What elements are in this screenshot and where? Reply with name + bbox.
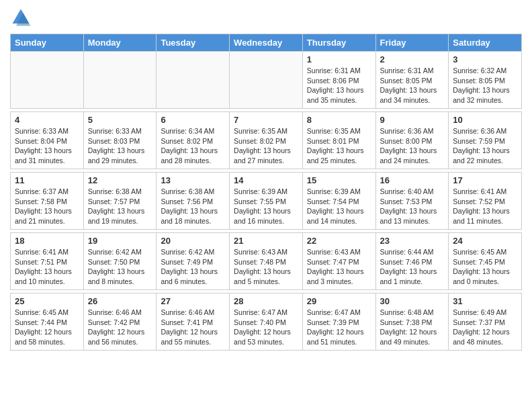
day-info: Sunrise: 6:43 AM Sunset: 7:47 PM Dayligh… bbox=[307, 247, 371, 287]
calendar-cell: 10Sunrise: 6:36 AM Sunset: 7:59 PM Dayli… bbox=[449, 112, 522, 169]
day-number: 12 bbox=[88, 175, 152, 185]
day-info: Sunrise: 6:43 AM Sunset: 7:48 PM Dayligh… bbox=[234, 247, 298, 287]
day-number: 20 bbox=[161, 236, 225, 246]
week-row-4: 18Sunrise: 6:41 AM Sunset: 7:51 PM Dayli… bbox=[11, 233, 522, 290]
day-header-sunday: Sunday bbox=[11, 34, 84, 52]
day-number: 1 bbox=[307, 54, 371, 64]
day-number: 26 bbox=[88, 296, 152, 306]
day-info: Sunrise: 6:36 AM Sunset: 7:59 PM Dayligh… bbox=[453, 126, 517, 166]
calendar-cell: 27Sunrise: 6:46 AM Sunset: 7:41 PM Dayli… bbox=[157, 293, 230, 351]
day-number: 29 bbox=[307, 296, 371, 306]
day-number: 22 bbox=[307, 236, 371, 246]
day-info: Sunrise: 6:36 AM Sunset: 8:00 PM Dayligh… bbox=[380, 126, 445, 166]
day-info: Sunrise: 6:41 AM Sunset: 7:52 PM Dayligh… bbox=[453, 187, 517, 226]
week-row-1: 1Sunrise: 6:31 AM Sunset: 8:06 PM Daylig… bbox=[11, 52, 522, 109]
day-header-thursday: Thursday bbox=[302, 34, 375, 52]
day-number: 6 bbox=[161, 115, 225, 125]
day-info: Sunrise: 6:39 AM Sunset: 7:55 PM Dayligh… bbox=[234, 187, 298, 226]
calendar-cell bbox=[83, 52, 157, 109]
day-info: Sunrise: 6:32 AM Sunset: 8:05 PM Dayligh… bbox=[453, 66, 517, 105]
day-number: 8 bbox=[307, 115, 371, 125]
calendar-cell: 23Sunrise: 6:44 AM Sunset: 7:46 PM Dayli… bbox=[375, 233, 449, 290]
day-info: Sunrise: 6:44 AM Sunset: 7:46 PM Dayligh… bbox=[380, 247, 445, 287]
calendar-cell: 12Sunrise: 6:38 AM Sunset: 7:57 PM Dayli… bbox=[83, 173, 157, 230]
day-info: Sunrise: 6:45 AM Sunset: 7:45 PM Dayligh… bbox=[453, 247, 517, 287]
calendar-cell: 1Sunrise: 6:31 AM Sunset: 8:06 PM Daylig… bbox=[302, 52, 375, 109]
calendar-cell: 4Sunrise: 6:33 AM Sunset: 8:04 PM Daylig… bbox=[11, 112, 84, 169]
day-info: Sunrise: 6:40 AM Sunset: 7:53 PM Dayligh… bbox=[380, 187, 445, 226]
calendar-cell: 7Sunrise: 6:35 AM Sunset: 8:02 PM Daylig… bbox=[230, 112, 303, 169]
day-number: 9 bbox=[380, 115, 445, 125]
calendar-cell bbox=[157, 52, 230, 109]
day-header-monday: Monday bbox=[83, 34, 157, 52]
day-number: 16 bbox=[380, 175, 445, 185]
day-number: 24 bbox=[453, 236, 517, 246]
calendar-cell: 5Sunrise: 6:33 AM Sunset: 8:03 PM Daylig… bbox=[83, 112, 157, 169]
day-info: Sunrise: 6:34 AM Sunset: 8:02 PM Dayligh… bbox=[161, 126, 225, 166]
logo-icon bbox=[10, 7, 32, 28]
day-number: 17 bbox=[453, 175, 517, 185]
day-info: Sunrise: 6:33 AM Sunset: 8:04 PM Dayligh… bbox=[15, 126, 79, 166]
calendar-cell: 13Sunrise: 6:38 AM Sunset: 7:56 PM Dayli… bbox=[157, 173, 230, 230]
calendar-cell: 11Sunrise: 6:37 AM Sunset: 7:58 PM Dayli… bbox=[11, 173, 84, 230]
calendar-cell: 8Sunrise: 6:35 AM Sunset: 8:01 PM Daylig… bbox=[302, 112, 375, 169]
day-number: 31 bbox=[453, 296, 517, 306]
day-header-tuesday: Tuesday bbox=[157, 34, 230, 52]
day-number: 28 bbox=[234, 296, 298, 306]
day-number: 18 bbox=[15, 236, 79, 246]
day-number: 30 bbox=[380, 296, 445, 306]
day-info: Sunrise: 6:35 AM Sunset: 8:01 PM Dayligh… bbox=[307, 126, 371, 166]
calendar-cell: 17Sunrise: 6:41 AM Sunset: 7:52 PM Dayli… bbox=[449, 173, 522, 230]
day-number: 15 bbox=[307, 175, 371, 185]
day-info: Sunrise: 6:46 AM Sunset: 7:42 PM Dayligh… bbox=[88, 308, 152, 347]
day-info: Sunrise: 6:35 AM Sunset: 8:02 PM Dayligh… bbox=[234, 126, 298, 166]
day-header-saturday: Saturday bbox=[449, 34, 522, 52]
day-number: 2 bbox=[380, 54, 445, 64]
calendar-cell: 6Sunrise: 6:34 AM Sunset: 8:02 PM Daylig… bbox=[157, 112, 230, 169]
day-info: Sunrise: 6:31 AM Sunset: 8:06 PM Dayligh… bbox=[307, 66, 371, 105]
day-number: 4 bbox=[15, 115, 79, 125]
calendar-cell: 3Sunrise: 6:32 AM Sunset: 8:05 PM Daylig… bbox=[449, 52, 522, 109]
day-number: 23 bbox=[380, 236, 445, 246]
day-info: Sunrise: 6:37 AM Sunset: 7:58 PM Dayligh… bbox=[15, 187, 79, 226]
calendar-table: SundayMondayTuesdayWednesdayThursdayFrid… bbox=[10, 34, 522, 351]
day-info: Sunrise: 6:38 AM Sunset: 7:57 PM Dayligh… bbox=[88, 187, 152, 226]
day-number: 5 bbox=[88, 115, 152, 125]
day-info: Sunrise: 6:48 AM Sunset: 7:38 PM Dayligh… bbox=[380, 308, 445, 347]
week-row-5: 25Sunrise: 6:45 AM Sunset: 7:44 PM Dayli… bbox=[11, 293, 522, 351]
day-number: 21 bbox=[234, 236, 298, 246]
calendar-cell: 21Sunrise: 6:43 AM Sunset: 7:48 PM Dayli… bbox=[230, 233, 303, 290]
day-number: 19 bbox=[88, 236, 152, 246]
calendar-cell: 2Sunrise: 6:31 AM Sunset: 8:05 PM Daylig… bbox=[375, 52, 449, 109]
calendar-cell: 20Sunrise: 6:42 AM Sunset: 7:49 PM Dayli… bbox=[157, 233, 230, 290]
calendar-cell bbox=[230, 52, 303, 109]
day-number: 7 bbox=[234, 115, 298, 125]
calendar-cell: 26Sunrise: 6:46 AM Sunset: 7:42 PM Dayli… bbox=[83, 293, 157, 351]
day-info: Sunrise: 6:46 AM Sunset: 7:41 PM Dayligh… bbox=[161, 308, 225, 347]
day-info: Sunrise: 6:39 AM Sunset: 7:54 PM Dayligh… bbox=[307, 187, 371, 226]
calendar-cell: 18Sunrise: 6:41 AM Sunset: 7:51 PM Dayli… bbox=[11, 233, 84, 290]
calendar-cell: 22Sunrise: 6:43 AM Sunset: 7:47 PM Dayli… bbox=[302, 233, 375, 290]
calendar-cell: 25Sunrise: 6:45 AM Sunset: 7:44 PM Dayli… bbox=[11, 293, 84, 351]
calendar-cell: 16Sunrise: 6:40 AM Sunset: 7:53 PM Dayli… bbox=[375, 173, 449, 230]
day-header-friday: Friday bbox=[375, 34, 449, 52]
day-number: 13 bbox=[161, 175, 225, 185]
calendar-cell: 30Sunrise: 6:48 AM Sunset: 7:38 PM Dayli… bbox=[375, 293, 449, 351]
day-number: 11 bbox=[15, 175, 79, 185]
calendar-cell: 9Sunrise: 6:36 AM Sunset: 8:00 PM Daylig… bbox=[375, 112, 449, 169]
day-number: 10 bbox=[453, 115, 517, 125]
day-number: 27 bbox=[161, 296, 225, 306]
day-info: Sunrise: 6:47 AM Sunset: 7:39 PM Dayligh… bbox=[307, 308, 371, 347]
week-row-2: 4Sunrise: 6:33 AM Sunset: 8:04 PM Daylig… bbox=[11, 112, 522, 169]
day-header-wednesday: Wednesday bbox=[230, 34, 303, 52]
calendar-cell: 14Sunrise: 6:39 AM Sunset: 7:55 PM Dayli… bbox=[230, 173, 303, 230]
logo bbox=[10, 7, 34, 28]
day-info: Sunrise: 6:45 AM Sunset: 7:44 PM Dayligh… bbox=[15, 308, 79, 347]
calendar-header-row: SundayMondayTuesdayWednesdayThursdayFrid… bbox=[11, 34, 522, 52]
calendar-cell: 24Sunrise: 6:45 AM Sunset: 7:45 PM Dayli… bbox=[449, 233, 522, 290]
day-info: Sunrise: 6:38 AM Sunset: 7:56 PM Dayligh… bbox=[161, 187, 225, 226]
day-number: 3 bbox=[453, 54, 517, 64]
day-number: 14 bbox=[234, 175, 298, 185]
week-row-3: 11Sunrise: 6:37 AM Sunset: 7:58 PM Dayli… bbox=[11, 173, 522, 230]
calendar-cell bbox=[11, 52, 84, 109]
